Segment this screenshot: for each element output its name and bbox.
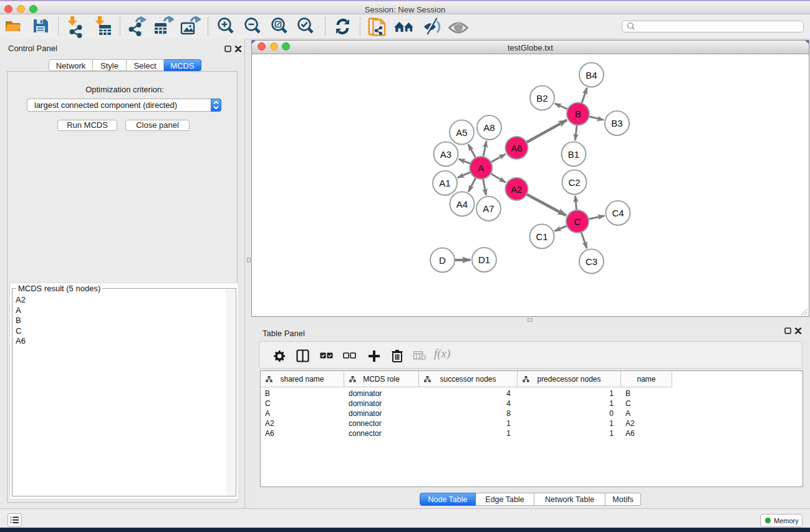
svg-text:B2: B2 xyxy=(536,93,547,104)
svg-text:A8: A8 xyxy=(483,122,494,133)
svg-text:D: D xyxy=(439,255,446,266)
svg-text:C2: C2 xyxy=(568,177,580,188)
svg-text:B4: B4 xyxy=(586,70,597,80)
svg-text:A: A xyxy=(478,163,484,173)
svg-text:D1: D1 xyxy=(478,254,490,265)
svg-text:C4: C4 xyxy=(612,208,624,218)
svg-text:C1: C1 xyxy=(536,231,547,242)
svg-text:A7: A7 xyxy=(483,203,494,214)
svg-text:A3: A3 xyxy=(440,149,451,160)
svg-text:C: C xyxy=(574,216,581,227)
svg-text:A4: A4 xyxy=(456,199,468,210)
svg-text:B1: B1 xyxy=(568,149,579,160)
svg-text:A5: A5 xyxy=(456,127,467,138)
svg-text:A1: A1 xyxy=(439,178,450,188)
svg-text:A6: A6 xyxy=(511,143,522,153)
svg-text:A2: A2 xyxy=(511,184,522,195)
svg-text:C3: C3 xyxy=(586,256,597,267)
svg-text:B: B xyxy=(575,109,581,119)
svg-text:B3: B3 xyxy=(611,118,622,128)
